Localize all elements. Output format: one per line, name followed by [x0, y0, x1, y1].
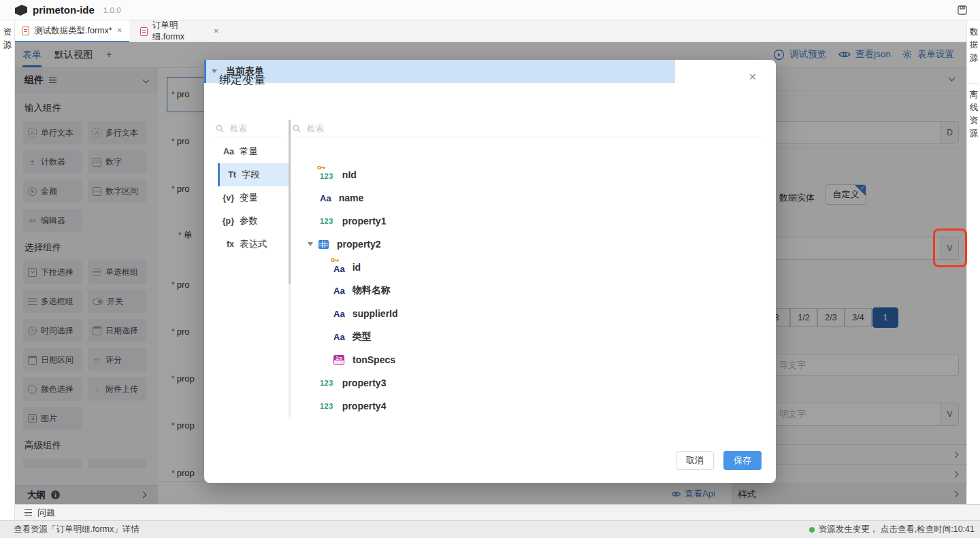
form-file-icon: [22, 27, 29, 35]
number-type-icon: 123: [320, 379, 333, 387]
tree-node-supplierid[interactable]: Aa supplierId: [333, 302, 398, 325]
tree-node-id[interactable]: Aa id: [333, 256, 361, 279]
number-type-icon: 123: [320, 172, 333, 180]
app-logo-icon: [15, 5, 27, 16]
sidebar-item-resources[interactable]: 资源: [1, 26, 14, 52]
bind-variable-dialog: 绑定变量 Aa 常量 Tt 字段 {v} 变量 {p} 参数: [204, 60, 776, 483]
category-parameter[interactable]: {p} 参数: [218, 209, 289, 233]
form-file-icon: [140, 27, 148, 36]
category-constant[interactable]: Aa 常量: [218, 140, 289, 163]
app-titlebar: primeton-ide 1.0.0: [0, 0, 980, 20]
list-icon: [24, 509, 32, 516]
tree-node-property3[interactable]: 123 property3: [320, 371, 386, 394]
tree-node-property4[interactable]: 123 property4: [320, 394, 386, 418]
text-type-icon: Aa: [333, 309, 345, 319]
search-icon: [216, 124, 224, 133]
scrollbar-thumb[interactable]: [289, 120, 291, 284]
primary-key-icon: [331, 257, 340, 263]
save-button[interactable]: 保存: [723, 451, 762, 470]
annotation-highlight-rect: [933, 229, 967, 267]
table-type-icon: [318, 240, 329, 249]
status-right[interactable]: 资源发生变更， 点击查看,检查时间:10:41: [809, 524, 975, 535]
caret-down-icon[interactable]: [212, 69, 217, 73]
text-type-icon: Aa: [333, 264, 345, 274]
tree-node-property1[interactable]: 123 property1: [320, 209, 386, 233]
tree-node-type[interactable]: Aa 类型: [333, 325, 372, 348]
app-window: primeton-ide 1.0.0 资源 数据源 离线资源 测试数据类型.fo…: [0, 0, 980, 538]
tab-order-detail[interactable]: 订单明细.formx: [133, 20, 226, 42]
search-input[interactable]: [229, 123, 270, 134]
status-ok-dot: [809, 527, 815, 533]
tree-root-current-form[interactable]: 当前表单: [204, 60, 675, 83]
problems-bar[interactable]: 问题: [15, 504, 980, 520]
rail-divider: [968, 83, 979, 84]
tree-node-tonspecs[interactable]: 1:n tonSpecs: [333, 348, 395, 371]
text-type-icon: Aa: [333, 332, 345, 342]
text-type-icon: Aa: [320, 193, 331, 203]
tree-node-property2[interactable]: property2: [308, 233, 381, 256]
sidebar-item-offline-resources[interactable]: 离线资源: [967, 88, 980, 140]
category-variable[interactable]: {v} 变量: [218, 186, 289, 209]
tab-close-icon[interactable]: [214, 28, 219, 35]
caret-down-icon[interactable]: [308, 242, 313, 246]
status-left-text[interactable]: 查看资源「订单明细.formx」详情: [14, 524, 140, 535]
tree-search[interactable]: [293, 120, 764, 137]
sidebar-item-datasource[interactable]: 数据源: [967, 26, 980, 65]
app-version: 1.0.0: [103, 6, 121, 14]
number-type-icon: 123: [320, 217, 333, 225]
tree-node-nid[interactable]: 123 nId: [320, 163, 357, 186]
category-search[interactable]: [216, 120, 280, 137]
tree-node-material-name[interactable]: Aa 物料名称: [333, 279, 391, 302]
dialog-title: 绑定变量: [219, 72, 265, 88]
search-icon: [293, 124, 301, 133]
primary-key-icon: [317, 165, 326, 171]
status-right-text: 资源发生变更， 点击查看,检查时间:10:41: [819, 524, 975, 535]
relation-type-icon: 1:n: [333, 355, 344, 365]
category-expression[interactable]: fx 表达式: [218, 233, 289, 256]
category-field[interactable]: Tt 字段: [218, 163, 289, 186]
status-bar: 查看资源「订单明细.formx」详情 资源发生变更， 点击查看,检查时间:10:…: [0, 520, 980, 538]
number-type-icon: 123: [320, 402, 333, 410]
tab-test-data-type[interactable]: 测试数据类型.formx*: [15, 20, 129, 42]
right-rail: 数据源 离线资源: [966, 20, 980, 504]
text-type-icon: Aa: [333, 286, 345, 296]
tab-close-icon[interactable]: [117, 27, 122, 34]
close-icon[interactable]: [749, 73, 757, 80]
left-rail: 资源: [0, 20, 15, 520]
save-icon[interactable]: [957, 5, 968, 16]
cancel-button[interactable]: 取消: [676, 451, 714, 470]
tree-node-name[interactable]: Aa name: [320, 186, 363, 209]
app-title: primeton-ide: [33, 4, 95, 16]
search-input[interactable]: [306, 123, 346, 134]
